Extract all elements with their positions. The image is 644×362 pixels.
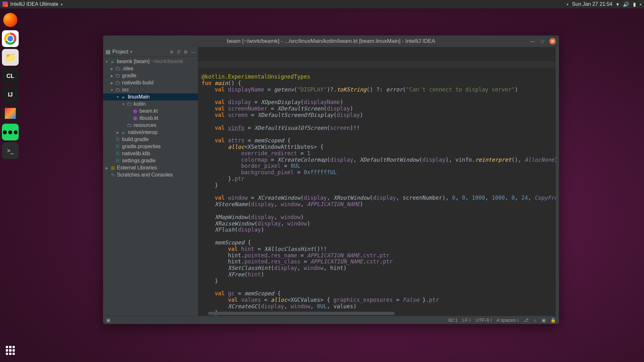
show-apps-button[interactable]	[6, 346, 15, 355]
close-button[interactable]: ✕	[549, 38, 556, 44]
tree-node[interactable]: ✎Scratches and Consoles	[103, 171, 198, 178]
minimize-button[interactable]: —	[530, 39, 535, 44]
wifi-icon[interactable]: ▾	[616, 1, 619, 7]
folder-icon: 🗀	[115, 87, 120, 93]
horizontal-scrollbar[interactable]	[208, 312, 395, 315]
dropdown-icon: ▾	[61, 3, 62, 6]
locate-icon[interactable]: ⊕	[170, 49, 174, 54]
scratch-icon: ✎	[110, 172, 115, 178]
toolwindow-toggle[interactable]: ▣	[106, 318, 110, 323]
project-tree[interactable]: ▼▸beamk [beam] ~/work/beamk▶🗀.idea▶🗀grad…	[103, 57, 198, 316]
inspect-icon[interactable]: ☼	[533, 318, 537, 323]
git-icon[interactable]: ⎇	[523, 318, 528, 323]
dock-firefox[interactable]	[2, 12, 19, 28]
system-caret-icon[interactable]: ▾	[640, 3, 641, 6]
tree-node[interactable]: ▶🗀gradle	[103, 72, 198, 79]
clock[interactable]: Sun Jan 27 21:54	[572, 1, 612, 7]
encoding[interactable]: UTF-8 ⁞	[475, 317, 492, 323]
mod-icon: ▸	[121, 94, 126, 100]
file-icon: ⎘	[115, 144, 120, 149]
folder-icon: 🗀	[127, 122, 132, 128]
lib-icon: ⊞	[110, 165, 115, 171]
dock-clion[interactable]: CL	[2, 68, 19, 84]
folder-icon: 🗀	[115, 66, 120, 71]
kt-icon: ⬣	[133, 115, 138, 121]
tree-node[interactable]: 🗀resources	[103, 122, 198, 129]
dock-files[interactable]: 📁	[2, 49, 19, 66]
ubuntu-dock: 📁 CL IJ ●●● >_	[2, 12, 21, 159]
tree-node[interactable]: ⬣libusb.kt	[103, 115, 198, 122]
folder-icon: 🗀	[115, 80, 120, 86]
intellij-icon	[3, 2, 8, 7]
dock-terminal[interactable]: >_	[2, 142, 19, 159]
tree-node[interactable]: ⎘settings.gradle	[103, 157, 198, 164]
indent[interactable]: 4 spaces ⁞	[497, 317, 519, 323]
file-icon: ⎘	[115, 137, 120, 142]
file-icon: ⎘	[115, 151, 120, 157]
ide-title-text: beam [~/work/beamk] - .../src/linuxMain/…	[227, 38, 435, 44]
settings-icon[interactable]: ✿	[184, 49, 188, 54]
dock-idea[interactable]: IJ	[2, 86, 19, 103]
project-icon: ▤	[106, 49, 110, 55]
tree-node[interactable]: ▼🗀kotlin	[103, 100, 198, 108]
tree-node[interactable]: ⎘gradle.properties	[103, 143, 198, 150]
tree-node[interactable]: ▶🗀.idea	[103, 65, 198, 72]
tree-node[interactable]: ⬣beam.kt	[103, 108, 198, 115]
memory-icon[interactable]: ▣	[542, 318, 546, 323]
dropdown-icon: ▾	[130, 50, 132, 53]
app-menu[interactable]: IntelliJ IDEA Ultimate	[10, 1, 58, 7]
dock-spotify[interactable]: ●●●	[2, 124, 19, 140]
project-view-selector[interactable]: ▤ Project ▾	[106, 49, 132, 55]
tree-node[interactable]: ▼▸linuxMain	[103, 93, 198, 100]
collapse-icon[interactable]: ⇵	[177, 49, 181, 54]
sound-icon[interactable]: 🔊	[623, 1, 629, 7]
maximize-button[interactable]: □	[540, 39, 545, 44]
battery-icon[interactable]: ▮	[633, 1, 636, 7]
cursor-position[interactable]: 82:1	[448, 317, 458, 323]
status-bar: ▣ 82:1 LF ⁞ UTF-8 ⁞ 4 spaces ⁞ ⎇ ☼ ▣ 🔒	[103, 316, 559, 324]
folder-icon: 🗀	[115, 73, 120, 79]
lock-icon[interactable]: 🔒	[550, 318, 556, 323]
code-editor[interactable]: ⚠— @kotlin.ExperimentalUnsignedTypes fun…	[198, 47, 559, 316]
tree-node[interactable]: ▶⊞External Libraries	[103, 164, 198, 171]
tree-node[interactable]: ▶▸nativeInterop	[103, 129, 198, 136]
mod-icon: ▸	[121, 129, 126, 136]
tree-node[interactable]: ⎘build.gradle	[103, 136, 198, 143]
dock-chrome[interactable]	[2, 30, 19, 47]
file-icon: ⎘	[115, 158, 120, 164]
kt-icon: ⬣	[133, 108, 138, 114]
folder-icon: 🗀	[127, 101, 132, 107]
ide-window: beam [~/work/beamk] - .../src/linuxMain/…	[103, 35, 559, 324]
project-tool-window: ▤ Project ▾ ⊕ ⇵ ✿ — ▼▸beamk [beam] ~/wor…	[103, 47, 198, 316]
ide-titlebar[interactable]: beam [~/work/beamk] - .../src/linuxMain/…	[103, 35, 559, 47]
indicator-caret[interactable]: ▾	[567, 3, 568, 6]
mod-icon: ▸	[110, 59, 115, 65]
system-topbar: IntelliJ IDEA Ultimate ▾ ▾ Sun Jan 27 21…	[0, 0, 644, 8]
line-separator[interactable]: LF ⁞	[462, 317, 471, 323]
tree-node[interactable]: ▼▸beamk [beam] ~/work/beamk	[103, 58, 198, 65]
tree-node[interactable]: ⎘nativelib.klib	[103, 150, 198, 157]
dock-toolbox[interactable]	[2, 105, 19, 122]
hide-icon[interactable]: —	[191, 49, 195, 54]
tree-node[interactable]: ▶🗀nativelib-build	[103, 79, 198, 86]
tree-node[interactable]: ▼🗀src	[103, 86, 198, 93]
